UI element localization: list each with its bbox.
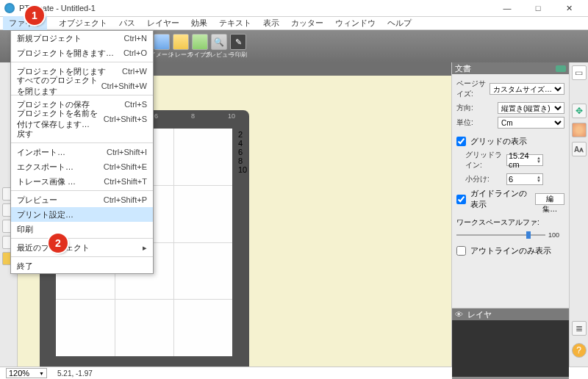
file-close-all[interactable]: すべてのプロジェクトを閉じますCtrl+Shift+W [11, 79, 153, 93]
ws-alpha-slider[interactable] [456, 231, 545, 239]
layer-list[interactable] [452, 320, 569, 377]
menu-cutter[interactable]: カッター [285, 16, 329, 30]
menu-path[interactable]: パス [113, 16, 141, 30]
tab-palette-icon[interactable] [572, 123, 587, 137]
callout-1: 1 [25, 6, 44, 25]
file-new[interactable]: 新規プロジェクトCtrl+N [11, 31, 153, 46]
menu-object[interactable]: オブジェクト [53, 16, 113, 30]
subdiv-spinner[interactable]: 6▲▼ [506, 173, 543, 185]
eye-icon: 👁 [455, 310, 463, 319]
orient-label: 方向: [456, 103, 495, 113]
toolbar-preview-button[interactable]: 🔍プレビュー [210, 33, 228, 59]
unit-label: 単位: [456, 118, 495, 128]
file-import[interactable]: インポート…Ctrl+Shift+I [11, 145, 153, 159]
guide-edit-button[interactable]: 編集… [535, 193, 564, 205]
tab-help-icon[interactable]: ? [572, 343, 587, 358]
file-recent[interactable]: 最近のプロジェクト▸ [11, 240, 153, 255]
file-menu-dropdown: 新規プロジェクトCtrl+N プロジェクトを開きます…Ctrl+O プロジェクト… [10, 30, 154, 274]
right-tabs: ▭ ✥ Aᴀ ≣ ? [569, 62, 588, 367]
minimize-button[interactable]: — [492, 1, 522, 15]
maximize-button[interactable]: □ [523, 1, 553, 15]
grid-show-label: グリッドの表示 [470, 136, 527, 147]
window-title: PTCreate - Untitled-1 [19, 4, 492, 12]
document-panel: 文書 ページサイズ:カスタムサイズ… 方向:縦置き(縦置き) 単位:Cm グリッ… [451, 62, 569, 367]
callout-2: 2 [49, 234, 68, 253]
toolbar-rhinestone-button[interactable]: ✎ラ印刷 [229, 33, 247, 59]
guide-show-label: ガイドラインの表示 [470, 188, 532, 210]
toolbar-trace-button[interactable]: トレース [172, 33, 190, 59]
file-preview[interactable]: プレビューCtrl+Shift+P [11, 192, 153, 207]
tab-text-icon[interactable]: Aᴀ [572, 142, 587, 156]
tab-layers-icon[interactable]: ≣ [572, 321, 587, 336]
file-trace-image[interactable]: トレース画像 …Ctrl+Shift+T [11, 174, 153, 189]
menubar: ファイル 編集 オブジェクト パス レイヤー 効果 テキスト 表示 カッター ウ… [0, 17, 588, 30]
pagesize-label: ページサイズ: [456, 79, 487, 99]
menu-view[interactable]: 表示 [257, 16, 285, 30]
zoom-control[interactable]: 120%▼ [6, 368, 47, 378]
ws-alpha-value: 100 [548, 231, 564, 239]
menu-help[interactable]: ヘルプ [381, 16, 417, 30]
file-print-settings[interactable]: プリント設定… [11, 207, 153, 222]
menu-text[interactable]: テキスト [213, 16, 257, 30]
file-revert[interactable]: 戻す [11, 126, 153, 141]
gridline-label: グリッドライン: [465, 150, 503, 170]
menu-window[interactable]: ウィンドウ [329, 16, 381, 30]
document-panel-header[interactable]: 文書 [452, 62, 569, 74]
file-export[interactable]: エクスポート…Ctrl+Shift+E [11, 159, 153, 174]
titlebar: PTCreate - Untitled-1 — □ ✕ [0, 0, 588, 17]
orient-select[interactable]: 縦置き(縦置き) [498, 102, 564, 114]
guide-show-checkbox[interactable] [456, 195, 466, 204]
pagesize-select[interactable]: カスタムサイズ… [490, 83, 564, 95]
tab-move-icon[interactable]: ✥ [572, 104, 587, 118]
toolbar-image-button[interactable]: イメージ [153, 33, 171, 59]
layer-panel-header[interactable]: 👁レイヤ [452, 308, 569, 320]
file-save-as[interactable]: プロジェクトを名前を付けて保存します…Ctrl+Shift+S [11, 112, 153, 126]
ruler-right: 2 4 6 8 10 [238, 130, 248, 367]
file-open[interactable]: プロジェクトを開きます…Ctrl+O [11, 46, 153, 60]
gridline-spinner[interactable]: 15.24 cm▲▼ [506, 154, 543, 166]
ws-alpha-label: ワークスペースアルファ: [456, 217, 539, 228]
file-exit[interactable]: 終了 [11, 259, 153, 273]
outline-only-checkbox[interactable] [456, 246, 466, 256]
menu-layer[interactable]: レイヤー [141, 16, 185, 30]
subdiv-label: 小分け: [465, 174, 503, 184]
cursor-coords: 5.21, -1.97 [57, 369, 93, 378]
tab-document-icon[interactable]: ▭ [572, 65, 587, 80]
menu-effect[interactable]: 効果 [185, 16, 213, 30]
file-print[interactable]: 印刷 [11, 222, 153, 237]
grid-show-checkbox[interactable] [456, 137, 466, 146]
close-button[interactable]: ✕ [554, 1, 584, 15]
layer-panel: 👁レイヤ ▦ 🗑 [452, 308, 569, 379]
outline-only-label: アウトラインのみ表示 [470, 245, 551, 256]
app-icon [4, 3, 15, 13]
unit-select[interactable]: Cm [498, 117, 564, 129]
